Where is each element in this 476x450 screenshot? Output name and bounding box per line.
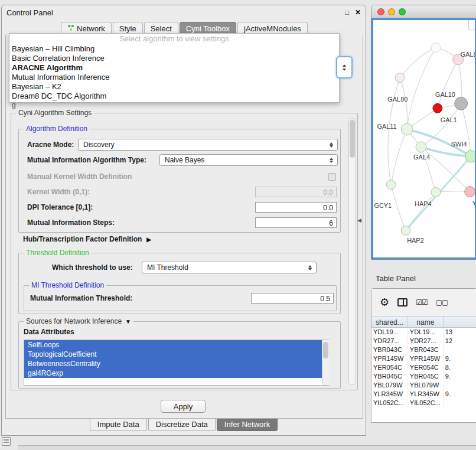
traffic-light-minimize[interactable] [388, 8, 395, 15]
mi-threshold-input[interactable]: 0.5 [251, 293, 334, 304]
sources-title-label: Sources for Network Inference [26, 317, 122, 325]
algorithm-combo-arrow-button[interactable] [336, 56, 353, 79]
float-window-icon[interactable]: □ [345, 9, 349, 16]
network-node[interactable] [431, 43, 441, 53]
table-toolbar: ⚙ ☑☑ ▢▢ [371, 289, 476, 316]
network-node[interactable] [465, 151, 475, 162]
which-threshold-select[interactable]: MI Threshold [142, 262, 317, 273]
table-row[interactable]: YBL079WYBL079W [371, 381, 476, 390]
network-node[interactable] [465, 187, 475, 197]
collapse-down-icon[interactable]: ▼ [125, 318, 131, 325]
hub-definition-toggle[interactable]: Hub/Transcription Factor Definition ▶ [23, 235, 151, 243]
mi-steps-input[interactable]: 6 [255, 217, 337, 228]
kernel-width-label: Kernel Width (0,1): [27, 188, 90, 196]
scrollbar-thumb[interactable] [323, 342, 328, 358]
hidden-panel-icon[interactable] [2, 437, 11, 446]
table-row[interactable]: YLR345WYLR345W9. [371, 390, 476, 399]
network-node[interactable] [455, 97, 468, 110]
tab-impute-data[interactable]: Impute Data [90, 419, 147, 431]
spinner-up-icon [343, 64, 346, 67]
network-node[interactable] [401, 226, 410, 235]
network-window-titlebar[interactable] [371, 5, 476, 18]
network-canvas[interactable]: GAL8GAL80GAL10GAL1GAL11SWI4GAL4GCY1HAP4H… [371, 18, 476, 259]
sources-group: Sources for Network Inference ▼ Data Att… [18, 321, 341, 389]
data-attribute-item[interactable]: BetweennessCentrality [24, 359, 329, 369]
data-attribute-item[interactable]: gal4RGexp [24, 369, 329, 378]
data-attribute-item[interactable]: TopologicalCoefficient [24, 350, 329, 359]
table-row[interactable]: YIL052C...YIL052C... [371, 399, 476, 407]
column-header[interactable]: shared... [371, 316, 408, 328]
table-row[interactable]: YPR145WYPR145W9. [371, 354, 476, 363]
table-cell [444, 345, 476, 354]
scrollbar-thumb[interactable] [350, 120, 355, 158]
tab-infer-network[interactable]: Infer Network [217, 419, 278, 431]
deselect-all-icon[interactable]: ▢▢ [436, 298, 448, 306]
gear-icon[interactable]: ⚙ [380, 297, 389, 308]
table-row[interactable]: YDR27...YDR27...12 [371, 337, 476, 345]
algorithm-option[interactable]: Mutual Information Inference [9, 73, 339, 82]
table-body[interactable]: YDL19...YDL19...13YDR27...YDR27...12YBR0… [371, 328, 476, 422]
aracne-mode-select[interactable]: Discovery [78, 139, 338, 151]
node-label: HAP2 [407, 237, 424, 244]
group-title: Cyni Algorithm Settings [16, 109, 94, 117]
table-cell: YER054C [371, 363, 408, 372]
network-node[interactable] [433, 103, 442, 113]
table-header-row: shared...name [371, 316, 476, 328]
titlebar-buttons: □ ✕ [345, 8, 361, 17]
table-row[interactable]: YBR045CYBR045C9. [371, 372, 476, 381]
algorithm-option[interactable]: Bayesian – Hill Climbing [9, 44, 339, 54]
data-attributes-list[interactable]: SelfLoopsTopologicalCoefficientBetweenne… [24, 340, 330, 386]
dpi-tolerance-input[interactable]: 0.0 [255, 202, 337, 213]
select-all-icon[interactable]: ☑☑ [416, 298, 428, 306]
mi-steps-row: Mutual Information Steps: 6 [19, 217, 340, 230]
manual-kernel-checkbox[interactable] [328, 173, 336, 181]
table-cell: 9. [444, 354, 476, 363]
mi-steps-label: Mutual Information Steps: [27, 219, 115, 227]
sources-toggle[interactable]: Sources for Network Inference ▼ [24, 317, 133, 325]
traffic-light-close[interactable] [377, 8, 384, 15]
table-row[interactable]: YBR043CYBR043C [371, 345, 476, 354]
network-node[interactable] [416, 142, 426, 152]
network-node[interactable] [401, 123, 413, 135]
network-node[interactable] [431, 188, 441, 197]
table-cell: YDL19... [408, 328, 444, 337]
column-header[interactable]: name [408, 316, 444, 328]
aracne-mode-label: Aracne Mode: [27, 141, 74, 149]
algorithm-option[interactable]: ARACNE Algorithm [9, 63, 339, 73]
algorithm-option[interactable]: Dream8 DC_TDC Algorithm [9, 92, 339, 101]
tab-discretize-data[interactable]: Discretize Data [148, 419, 216, 431]
settings-scrollbar[interactable] [348, 118, 356, 385]
mi-type-select[interactable]: Naive Bayes [159, 154, 338, 166]
table-panel-window: ⚙ ☑☑ ▢▢ shared...name YDL19...YDL19...13… [371, 288, 476, 423]
bottom-panel-strip[interactable] [18, 445, 476, 450]
column-selector-icon[interactable] [397, 298, 407, 306]
column-header[interactable] [444, 316, 476, 328]
control-panel-titlebar[interactable]: Control Panel □ ✕ [2, 5, 366, 19]
algorithm-option[interactable]: Bayesian – K2 [9, 82, 339, 92]
splitter-collapse-icon[interactable]: ◀ [357, 217, 361, 223]
kernel-width-input[interactable]: 0.0 [255, 187, 337, 197]
group-title: Threshold Definition [24, 249, 92, 257]
table-cell: YDL19... [371, 328, 408, 337]
algorithm-option[interactable]: Basic Correlation Inference [9, 54, 339, 63]
table-cell: 13 [444, 328, 476, 337]
dropdown-placeholder: Select algorithm to view settings [9, 34, 339, 44]
close-icon[interactable]: ✕ [355, 8, 361, 17]
network-node[interactable] [386, 180, 396, 190]
traffic-light-zoom[interactable] [399, 8, 406, 15]
which-threshold-row: Which threshold to use: MI Threshold [19, 262, 340, 275]
table-cell: 8. [444, 363, 476, 372]
network-scrollbar-corner[interactable] [468, 20, 475, 30]
apply-button[interactable]: Apply [161, 400, 206, 413]
list-scrollbar[interactable] [322, 340, 330, 385]
aracne-mode-row: Aracne Mode: Discovery [19, 139, 340, 152]
mi-type-label: Mutual Information Algorithm Type: [27, 156, 146, 164]
data-attribute-item[interactable]: SelfLoops [24, 340, 329, 350]
expand-right-icon[interactable]: ▶ [146, 236, 151, 243]
table-row[interactable]: YDL19...YDL19...13 [371, 328, 476, 337]
kernel-width-row: Kernel Width (0,1): 0.0 [19, 186, 340, 199]
network-node[interactable] [395, 73, 405, 83]
table-row[interactable]: YER054CYER054C8. [371, 363, 476, 372]
network-edge [461, 103, 471, 156]
node-label: GAL8 [461, 51, 475, 58]
